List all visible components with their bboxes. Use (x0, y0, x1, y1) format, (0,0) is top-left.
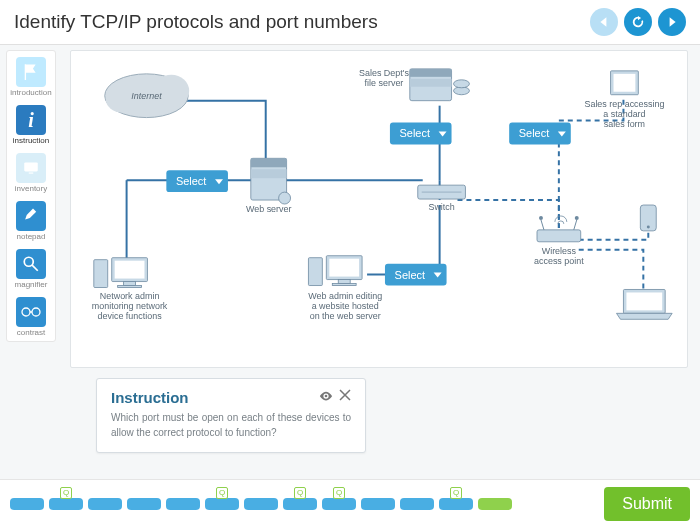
select-web-server[interactable]: Select (166, 170, 228, 192)
svg-rect-10 (410, 79, 452, 87)
svg-text:Select: Select (176, 175, 206, 187)
footer: Submit (0, 479, 700, 527)
instruction-text: Which port must be open on each of these… (111, 410, 351, 440)
magnifier-icon (16, 249, 46, 279)
svg-text:Select: Select (519, 127, 549, 139)
svg-point-23 (539, 216, 543, 220)
node-web-server: Web server (246, 158, 292, 214)
svg-rect-16 (251, 169, 287, 178)
sidebar-item-introduction[interactable]: introduction (7, 53, 55, 99)
svg-point-24 (575, 216, 579, 220)
svg-rect-32 (308, 258, 322, 286)
progress-chip[interactable] (439, 498, 473, 510)
internet-label: Internet (131, 91, 162, 101)
svg-rect-1 (29, 173, 34, 174)
progress-chip[interactable] (88, 498, 122, 510)
node-network-admin: Network adminmonitoring networkdevice fu… (92, 258, 168, 322)
svg-point-2 (24, 257, 33, 266)
svg-rect-35 (338, 280, 350, 284)
svg-text:Select: Select (395, 269, 425, 281)
svg-rect-39 (614, 74, 636, 92)
progress-chip[interactable] (10, 498, 44, 510)
header: Identify TCP/IP protocols and port numbe… (0, 0, 700, 45)
svg-rect-9 (410, 69, 452, 77)
svg-text:Wirelessaccess point: Wirelessaccess point (534, 246, 584, 266)
progress-chip[interactable] (127, 498, 161, 510)
progress-chip[interactable] (400, 498, 434, 510)
node-switch: Switch (418, 185, 466, 212)
node-internet: Internet (105, 74, 189, 118)
info-icon: i (16, 105, 46, 135)
instruction-panel: Instruction Which port must be open on e… (96, 378, 366, 453)
node-file-server: Sales Dept'sfile server (359, 68, 469, 101)
svg-point-4 (32, 308, 40, 316)
nav-controls (590, 8, 686, 36)
select-web-admin[interactable]: Select (385, 264, 447, 286)
flag-icon (16, 57, 46, 87)
sidebar-item-label: introduction (10, 88, 51, 97)
instruction-title: Instruction (111, 389, 189, 406)
triangle-left-icon (598, 16, 610, 28)
sidebar-item-label: notepad (17, 232, 46, 241)
progress-chip[interactable] (322, 498, 356, 510)
svg-text:Switch: Switch (428, 202, 454, 212)
node-web-admin: Web admin editinga website hostedon the … (308, 256, 382, 322)
svg-rect-15 (251, 158, 287, 167)
svg-text:Select: Select (400, 127, 430, 139)
svg-rect-36 (332, 284, 356, 286)
progress-chip[interactable] (166, 498, 200, 510)
sidebar-item-magnifier[interactable]: magnifier (7, 245, 55, 291)
sidebar-item-label: contrast (17, 328, 45, 337)
svg-point-42 (647, 225, 650, 228)
svg-rect-44 (626, 292, 662, 310)
refresh-icon (631, 15, 645, 29)
progress-chip[interactable] (283, 498, 317, 510)
node-laptop (616, 289, 672, 319)
svg-point-53 (325, 395, 328, 398)
refresh-button[interactable] (624, 8, 652, 36)
progress-chip[interactable] (205, 498, 239, 510)
svg-point-12 (454, 80, 470, 88)
svg-rect-26 (94, 260, 108, 288)
sidebar-item-label: instruction (13, 136, 49, 145)
svg-rect-29 (124, 282, 136, 286)
glasses-icon (16, 297, 46, 327)
progress-chip[interactable] (49, 498, 83, 510)
svg-point-17 (279, 192, 291, 204)
progress-chip[interactable] (361, 498, 395, 510)
sidebar-item-label: inventory (15, 184, 47, 193)
select-sales-rep[interactable]: Select (509, 123, 571, 145)
page-title: Identify TCP/IP protocols and port numbe… (14, 11, 378, 33)
svg-rect-22 (537, 230, 581, 242)
svg-text:Network adminmonitoring networ: Network adminmonitoring networkdevice fu… (92, 291, 168, 321)
sidebar-item-notepad[interactable]: notepad (7, 197, 55, 243)
svg-point-3 (22, 308, 30, 316)
select-file-server[interactable]: Select (390, 123, 452, 145)
svg-text:Sales Dept'sfile server: Sales Dept'sfile server (359, 68, 409, 88)
progress-chip[interactable] (244, 498, 278, 510)
screen-icon (16, 153, 46, 183)
node-phone (640, 205, 656, 231)
sidebar-item-instruction[interactable]: i instruction (7, 101, 55, 147)
svg-text:Sales rep accessinga standards: Sales rep accessinga standardsales form (584, 99, 664, 129)
progress-bar (10, 498, 604, 510)
close-icon[interactable] (339, 389, 351, 406)
svg-rect-0 (24, 162, 38, 171)
sidebar-item-label: magnifier (15, 280, 48, 289)
next-button[interactable] (658, 8, 686, 36)
progress-chip-current[interactable] (478, 498, 512, 510)
svg-rect-30 (118, 286, 142, 288)
svg-text:Web server: Web server (246, 204, 292, 214)
prev-button[interactable] (590, 8, 618, 36)
pencil-icon (16, 201, 46, 231)
sidebar-item-inventory[interactable]: inventory (7, 149, 55, 195)
network-diagram: Internet Sales Dept'sfile server Web ser… (70, 50, 688, 368)
eye-icon[interactable] (319, 389, 333, 406)
submit-button[interactable]: Submit (604, 487, 690, 521)
svg-rect-34 (329, 259, 359, 277)
svg-rect-28 (115, 261, 145, 279)
sidebar-item-contrast[interactable]: contrast (7, 293, 55, 339)
svg-text:Web admin editinga website hos: Web admin editinga website hostedon the … (308, 291, 382, 321)
triangle-right-icon (666, 16, 678, 28)
sidebar: introduction i instruction inventory not… (6, 50, 56, 342)
